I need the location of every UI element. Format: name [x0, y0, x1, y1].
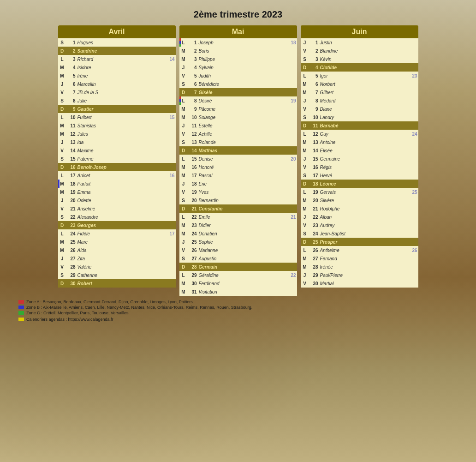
day-row: L19Gervais25: [301, 188, 418, 196]
day-name: Norbert: [320, 82, 418, 87]
day-letter: V: [58, 264, 66, 270]
day-letter: D: [301, 123, 309, 128]
day-row: S17Hervé: [301, 171, 418, 180]
day-name: Paul/Pierre: [320, 273, 418, 278]
day-name: Philippe: [199, 57, 297, 62]
day-row: J1Justin: [301, 38, 418, 47]
day-name: Gisèle: [199, 90, 297, 95]
day-name: Robert: [77, 281, 176, 286]
day-row: V30Martial: [301, 279, 418, 288]
day-row: J29Paul/Pierre: [301, 271, 418, 279]
day-letter: S: [301, 231, 309, 236]
day-row: S20Bernardin: [179, 196, 297, 204]
day-number: 12: [188, 132, 197, 137]
day-number: 5: [66, 73, 76, 78]
day-name: Kévin: [320, 57, 418, 62]
day-row: D21Constantin: [179, 204, 297, 213]
day-name: Antoine: [320, 140, 418, 145]
day-row: V12Achille: [179, 130, 297, 138]
day-row: M16Honoré: [179, 163, 297, 171]
day-letter: M: [179, 281, 188, 286]
day-row: M13Antoine: [301, 138, 418, 146]
day-letter: L: [58, 173, 66, 178]
day-row: J25Sophie: [179, 238, 297, 246]
legend-text: Zone A : Besançon, Bordeaux, Clermont-Fe…: [26, 300, 194, 304]
day-letter: D: [179, 206, 188, 211]
day-name: Régis: [320, 165, 418, 170]
calendars-grid: AvrilS1HuguesD2SandrineL3Richard14M4Isid…: [14, 25, 462, 296]
day-number: 1: [188, 40, 197, 45]
day-number: 23: [188, 223, 197, 228]
day-row: V23Audrey: [301, 221, 418, 229]
day-letter: D: [179, 90, 188, 95]
day-name: Désiré: [199, 98, 297, 103]
day-letter: J: [58, 82, 66, 87]
day-letter: J: [301, 40, 309, 45]
day-letter: S: [179, 140, 188, 145]
day-row: L8Désiré19: [179, 96, 297, 105]
day-name: Jean-Baptist: [320, 231, 418, 236]
day-row: L17Anicet16: [58, 171, 176, 180]
day-name: Eric: [199, 181, 297, 186]
week-number: 21: [291, 215, 296, 220]
week-number: 14: [169, 57, 174, 62]
day-row: S27Augustin: [179, 254, 297, 263]
day-name: Médard: [320, 98, 418, 103]
day-number: 20: [188, 198, 197, 203]
day-name: Estelle: [199, 123, 297, 128]
day-number: 1: [66, 40, 76, 45]
day-name: Guy: [320, 132, 418, 137]
day-row: D9Gautier: [58, 105, 176, 113]
day-letter: D: [179, 148, 188, 153]
day-name: Isidore: [77, 65, 176, 70]
day-letter: J: [301, 98, 309, 103]
day-letter: J: [179, 123, 188, 128]
day-number: 9: [188, 107, 197, 112]
day-row: V21Anselme: [58, 204, 176, 213]
day-letter: D: [301, 181, 309, 186]
day-row: M2Boris: [179, 47, 297, 55]
day-name: Gautier: [77, 107, 176, 112]
day-row: S1Hugues: [58, 38, 176, 47]
day-number: 16: [66, 165, 76, 170]
day-letter: M: [179, 48, 188, 54]
day-letter: V: [301, 107, 309, 112]
day-number: 10: [188, 115, 197, 120]
day-name: Alexandre: [77, 215, 176, 220]
main-container: 2ème trimestre 2023 AvrilS1HuguesD2Sandr…: [0, 0, 476, 327]
day-letter: D: [58, 107, 66, 112]
day-row: D11Barnabé: [301, 121, 418, 130]
day-letter: L: [58, 57, 66, 62]
day-name: Fulbert: [77, 115, 176, 120]
day-name: Marc: [77, 240, 176, 245]
week-number: 17: [169, 231, 174, 236]
day-row: S3Kévin: [301, 55, 418, 63]
day-number: 17: [66, 173, 76, 178]
day-name: Clotilde: [320, 65, 418, 70]
day-letter: S: [301, 115, 309, 120]
day-number: 18: [66, 181, 76, 186]
day-number: 8: [309, 98, 318, 103]
month-block-juin: JuinJ1JustinV2BlandineS3KévinD4ClotildeL…: [301, 25, 418, 296]
day-number: 30: [188, 281, 197, 286]
day-row: J27Zita: [58, 254, 176, 263]
day-letter: M: [179, 223, 188, 228]
day-letter: V: [301, 48, 309, 54]
legend-item: Zone A : Besançon, Bordeaux, Clermont-Fe…: [18, 300, 462, 304]
day-row: S13Rolande: [179, 138, 297, 146]
day-row: J8Médard: [301, 96, 418, 105]
day-name: Justin: [320, 40, 418, 45]
day-number: 24: [188, 231, 197, 236]
day-letter: V: [58, 206, 66, 211]
day-letter: M: [58, 240, 66, 245]
day-name: Jules: [77, 132, 176, 137]
day-letter: J: [58, 198, 66, 203]
legend-url-text: Calendriers agendas : https://www.calage…: [26, 317, 113, 322]
day-row: L24Fidèle17: [58, 229, 176, 238]
day-number: 29: [188, 273, 197, 278]
legend-url-item: Calendriers agendas : https://www.calage…: [18, 317, 462, 322]
page-title: 2ème trimestre 2023: [14, 9, 462, 20]
day-number: 14: [188, 148, 197, 153]
day-number: 20: [309, 198, 318, 203]
day-letter: L: [301, 73, 309, 78]
